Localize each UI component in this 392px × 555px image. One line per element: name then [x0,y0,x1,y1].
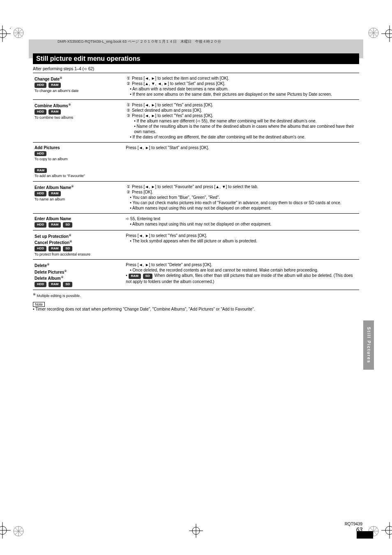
op-name: Delete Pictures [35,270,64,274]
disc-badge-hdd: HDD [35,83,46,88]
sup-mark: ※ [69,239,72,243]
arrow-lr-icon: ◄, ► [138,233,149,238]
footnote-text: Multiple editing is possible. [37,294,81,298]
footnote: ※ Multiple editing is possible. [33,292,359,298]
svg-point-10 [385,526,392,534]
page-title: Still picture edit menu operations [33,53,359,64]
table-row: Enter Album Name※ HDD RAM To name an alb… [33,182,359,214]
op-sub: To change an album's date [35,89,78,93]
step-text: Select destined album and press [OK]. [132,108,202,113]
disc-badge-hdd: HDD [35,191,46,196]
op-name: Enter Album Name [35,216,71,221]
step-text: ] to select the tab. [226,184,258,189]
svg-point-23 [14,526,23,536]
disc-badge-ram: RAM [48,191,61,196]
op-name: Delete Album [35,276,61,281]
svg-point-33 [192,527,200,534]
step-text: ] to select "Yes" and press [OK]. [155,113,213,118]
section-tab: Still Pictures [363,320,374,370]
bullet-text: An album with a revised date becomes a n… [132,87,228,91]
bullet-text: If the album names are different (➪ 55),… [137,119,317,123]
disc-badge-hdd: HDD [35,151,46,156]
disc-badge-hdd: HDD [35,109,46,114]
step-num: ③ [126,113,131,118]
step-text: ] to select the item and correct with [O… [155,76,229,81]
sup-mark: ※ [69,233,71,237]
note-label: Note [33,302,45,307]
crop-header: DMR-XS350EG-RQT9439-L_eng.book 63 ページ ２０… [58,39,359,44]
step-text: Press [ [126,233,138,238]
rosette-icon [367,27,380,39]
reg-mark-icon [0,522,11,539]
intro-ref: ➪ 62) [84,67,94,71]
svg-point-13 [14,28,23,38]
sup-mark: ※ [71,184,74,188]
svg-line-17 [15,29,22,37]
bullet-text: If there are some albums on the same dat… [133,92,332,97]
step-text: Press [ [132,81,145,86]
step-text: ] to select "Yes" and press [OK]. [149,233,207,238]
step-text: ] to select "Start" and press [OK]. [149,145,209,150]
bleed-block [357,531,373,539]
step-text: ] to select "Set" and press [OK]. [168,81,225,86]
step-num: ① [126,76,131,81]
note-body: Timer recording does not start when perf… [35,307,255,311]
rosette-icon [12,525,25,537]
table-row: Change Date※ HDD RAM To change an album'… [33,73,359,100]
arrow-udlr-icon: ▲, ▼, ◄, ► [145,81,168,86]
table-row: Enter Album Name HDD RAM SD ➪ 55, Enteri… [33,214,359,230]
sup-mark: ※ [61,275,64,279]
op-name: Delete [35,264,47,268]
op-sub: To combine two albums [35,115,73,120]
svg-point-7 [0,526,7,534]
sup-mark: ※ [33,292,36,296]
intro-prefix: After performing steps 1–4 ( [33,67,84,71]
step-num: ① [126,184,131,189]
operations-table: Change Date※ HDD RAM To change an album'… [33,73,359,290]
footer-label: RQT9439 [345,522,362,526]
svg-line-22 [370,29,377,37]
reg-mark-icon [189,524,203,539]
step-num: ② [126,108,131,113]
disc-badge-ram: RAM [48,109,61,114]
op-sub: To name an album [35,197,65,201]
step-num: ② [126,81,131,86]
bullet-text: Album names input using this unit may no… [132,222,272,226]
svg-line-27 [15,527,22,535]
step-text: ➪ 55, Entering text [126,216,357,221]
disc-badge-sd: SD [63,222,72,227]
op-name: Add Pictures [35,145,60,150]
svg-line-16 [15,29,22,37]
arrow-lr-icon: ◄, ► [145,184,155,189]
step-text: Press [ [126,263,138,267]
step-text: Press [ [132,113,145,118]
bullet-text: Once deleted, the recorded contents are … [133,268,318,272]
reg-mark-icon [381,25,392,42]
svg-point-18 [369,28,378,38]
svg-line-26 [15,527,22,535]
arrow-lr-icon: ◄, ► [145,103,155,107]
step-text: Press [OK]. [132,190,153,194]
step-text: ] to select "Favourite" and press [ [155,184,216,189]
reg-mark-icon [381,522,392,539]
bullet-text: Name of the resulting album is the name … [134,124,354,134]
disc-badge-sd: SD [63,282,72,287]
disc-badge-ram: RAM [129,274,141,279]
op-name: Set up Protection [35,234,69,239]
intro-text: After performing steps 1–4 (➪ 62) [33,67,359,71]
svg-point-4 [385,30,392,38]
arrow-lr-icon: ◄, ► [138,263,149,267]
table-row: Set up Protection※ Cancel Protection※ HD… [33,230,359,260]
step-text: ] to select "Delete" and press [OK]. [149,263,212,267]
sup-mark: ※ [64,269,67,273]
step-text: Press [ [132,184,145,189]
disc-badge-ram: RAM [48,246,61,251]
bullet-text: The lock symbol appears when the still p… [132,239,257,243]
step-num: ② [126,189,131,195]
disc-badge-hdd: HDD [35,282,46,287]
bullet-text: When deleting album, files other than st… [126,273,353,283]
arrow-lr-icon: ◄, ► [138,145,149,150]
reg-mark-icon [0,25,11,42]
note-text: • Timer recording does not start when pe… [33,307,359,311]
bullet-text: If the dates of recording are different,… [133,135,306,139]
